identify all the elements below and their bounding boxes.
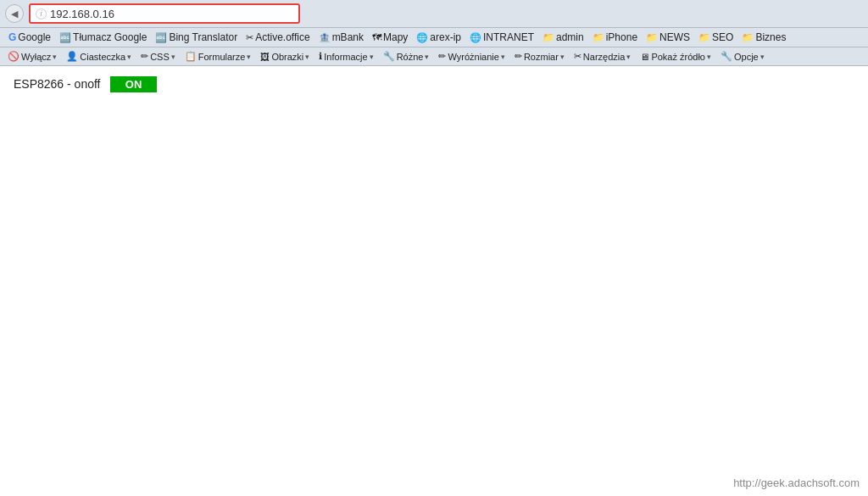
bing-icon: 🔤 bbox=[155, 32, 167, 43]
admin-folder-icon: 📁 bbox=[542, 32, 554, 43]
informacje-arrow: ▾ bbox=[370, 53, 374, 61]
bookmark-arex-label: arex-ip bbox=[430, 31, 461, 43]
narzedzia-arrow: ▾ bbox=[626, 53, 631, 61]
bookmark-mapy[interactable]: 🗺 Mapy bbox=[369, 31, 411, 44]
on-status-badge[interactable]: ON bbox=[110, 76, 158, 92]
tool-wylacz[interactable]: 🚫 Wyłącz ▾ bbox=[3, 49, 61, 64]
nav-bar: ◀ i 192.168.0.16 bbox=[0, 0, 868, 28]
bookmark-admin-label: admin bbox=[556, 31, 584, 43]
bookmark-mbank-label: mBank bbox=[332, 31, 364, 43]
toolbar-bar: 🚫 Wyłącz ▾ 👤 Ciasteczka ▾ ✏ CSS ▾ 📋 Form… bbox=[0, 47, 868, 66]
formularze-label: Formularze bbox=[198, 52, 246, 62]
mapy-icon: 🗺 bbox=[372, 32, 381, 42]
rozne-icon: 🔧 bbox=[383, 51, 395, 62]
rozmiar-icon: ✏ bbox=[515, 51, 522, 62]
obrazki-icon: 🖼 bbox=[260, 52, 270, 62]
bookmark-iphone[interactable]: 📁 iPhone bbox=[589, 31, 641, 44]
opcje-icon: 🔧 bbox=[721, 51, 732, 62]
bookmark-intranet-label: INTRANET bbox=[483, 31, 534, 43]
css-arrow: ▾ bbox=[171, 53, 175, 61]
bookmark-bing-label: Bing Translator bbox=[169, 31, 237, 43]
tool-formularze[interactable]: 📋 Formularze ▾ bbox=[181, 49, 256, 64]
tool-ciasteczka[interactable]: 👤 Ciasteczka ▾ bbox=[62, 49, 136, 64]
bookmark-arex[interactable]: 🌐 arex-ip bbox=[413, 31, 465, 44]
bookmark-seo-label: SEO bbox=[712, 31, 733, 43]
tool-informacje[interactable]: ℹ Informacje ▾ bbox=[314, 49, 377, 64]
obrazki-label: Obrazki bbox=[271, 52, 303, 62]
rozne-arrow: ▾ bbox=[425, 53, 429, 61]
opcje-arrow: ▾ bbox=[760, 53, 765, 61]
formularze-icon: 📋 bbox=[185, 51, 197, 62]
rozmiar-label: Rozmiar bbox=[524, 52, 559, 62]
arex-icon: 🌐 bbox=[416, 32, 428, 43]
opcje-label: Opcje bbox=[734, 52, 759, 62]
tool-narzedzia[interactable]: ✂ Narzędzia ▾ bbox=[570, 49, 636, 64]
bookmark-mapy-label: Mapy bbox=[383, 31, 408, 43]
tool-obrazki[interactable]: 🖼 Obrazki ▾ bbox=[256, 50, 314, 64]
rozne-label: Różne bbox=[397, 52, 424, 62]
bookmark-tlumacz-label: Tłumacz Google bbox=[73, 31, 147, 43]
seo-folder-icon: 📁 bbox=[698, 32, 710, 43]
wylacz-label: Wyłącz bbox=[21, 52, 51, 62]
wyrozniane-label: Wyróżnianie bbox=[448, 52, 498, 62]
bookmark-bing[interactable]: 🔤 Bing Translator bbox=[152, 31, 241, 44]
tool-opcje[interactable]: 🔧 Opcje ▾ bbox=[716, 49, 769, 64]
css-label: CSS bbox=[150, 52, 170, 62]
bookmark-iphone-label: iPhone bbox=[606, 31, 637, 43]
bookmark-google[interactable]: G Google bbox=[5, 31, 54, 44]
info-icon: i bbox=[36, 8, 47, 20]
watermark: http://geek.adachsoft.com bbox=[733, 476, 860, 489]
bookmark-biznes[interactable]: 📁 Biznes bbox=[738, 31, 789, 44]
back-button[interactable]: ◀ bbox=[5, 4, 24, 23]
formularze-arrow: ▾ bbox=[247, 53, 251, 61]
tool-pokaz[interactable]: 🖥 Pokaż źródło ▾ bbox=[636, 50, 715, 64]
ciasteczka-icon: 👤 bbox=[66, 51, 78, 62]
intranet-icon: 🌐 bbox=[470, 32, 481, 43]
bookmark-admin[interactable]: 📁 admin bbox=[539, 31, 587, 44]
mbank-icon: 🏦 bbox=[319, 32, 331, 43]
device-label: ESP8266 - onoff bbox=[14, 77, 100, 91]
bookmark-active-label: Active.office bbox=[255, 31, 309, 43]
tool-css[interactable]: ✏ CSS ▾ bbox=[136, 49, 180, 64]
pokaz-label: Pokaż źródło bbox=[651, 52, 705, 62]
tool-rozne[interactable]: 🔧 Różne ▾ bbox=[379, 49, 434, 64]
biznes-folder-icon: 📁 bbox=[742, 32, 754, 43]
bookmark-mbank[interactable]: 🏦 mBank bbox=[315, 31, 367, 44]
narzedzia-icon: ✂ bbox=[574, 51, 581, 62]
bookmark-biznes-label: Biznes bbox=[755, 31, 786, 43]
rozmiar-arrow: ▾ bbox=[560, 53, 565, 61]
google-icon: G bbox=[8, 31, 16, 43]
browser-window: ◀ i 192.168.0.16 G Google 🔤 Tłumacz Goog… bbox=[0, 0, 868, 496]
obrazki-arrow: ▾ bbox=[305, 53, 309, 61]
wylacz-icon: 🚫 bbox=[8, 51, 19, 62]
narzedzia-label: Narzędzia bbox=[583, 52, 626, 62]
ciasteczka-arrow: ▾ bbox=[127, 53, 131, 61]
address-text: 192.168.0.16 bbox=[50, 8, 114, 20]
tool-wyrozniane[interactable]: ✏ Wyróżnianie ▾ bbox=[434, 49, 509, 64]
page-content: ESP8266 - onoff ON http://geek.adachsoft… bbox=[0, 66, 868, 496]
bookmark-google-label: Google bbox=[18, 31, 51, 43]
active-icon: ✂ bbox=[246, 32, 253, 43]
wyrozniane-icon: ✏ bbox=[438, 51, 446, 62]
bookmark-news-label: NEWS bbox=[659, 31, 690, 43]
bookmark-seo[interactable]: 📁 SEO bbox=[695, 31, 737, 44]
informacje-icon: ℹ bbox=[319, 51, 322, 62]
bookmarks-bar: G Google 🔤 Tłumacz Google 🔤 Bing Transla… bbox=[0, 28, 868, 47]
address-bar[interactable]: i 192.168.0.16 bbox=[29, 3, 300, 24]
news-folder-icon: 📁 bbox=[646, 32, 658, 43]
css-icon: ✏ bbox=[141, 51, 148, 62]
bookmark-news[interactable]: 📁 NEWS bbox=[643, 31, 693, 44]
ciasteczka-label: Ciasteczka bbox=[80, 52, 125, 62]
tool-rozmiar[interactable]: ✏ Rozmiar ▾ bbox=[510, 49, 569, 64]
iphone-folder-icon: 📁 bbox=[593, 32, 604, 43]
pokaz-arrow: ▾ bbox=[707, 53, 711, 61]
bookmark-tlumacz[interactable]: 🔤 Tłumacz Google bbox=[56, 31, 150, 44]
informacje-label: Informacje bbox=[324, 52, 367, 62]
wyrozniane-arrow: ▾ bbox=[501, 53, 505, 61]
pokaz-icon: 🖥 bbox=[640, 52, 649, 62]
wylacz-arrow: ▾ bbox=[53, 53, 57, 61]
bookmark-active[interactable]: ✂ Active.office bbox=[242, 31, 313, 44]
bookmark-intranet[interactable]: 🌐 INTRANET bbox=[466, 31, 537, 44]
tlumacz-icon: 🔤 bbox=[59, 32, 71, 43]
